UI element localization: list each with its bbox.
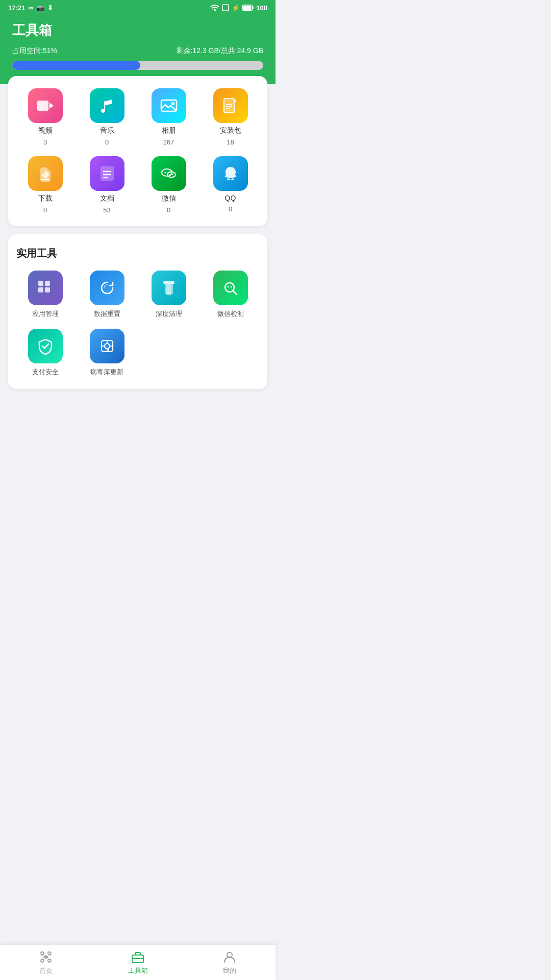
- data-reset-label: 数据重置: [94, 309, 120, 318]
- svg-rect-3: [253, 7, 254, 9]
- tool-item-virus-update[interactable]: 病毒库更新: [78, 329, 136, 377]
- file-item-doc[interactable]: 文档 53: [78, 156, 136, 214]
- storage-bar-fill: [12, 61, 140, 70]
- file-item-apk[interactable]: 安装包 18: [202, 88, 259, 146]
- svg-point-41: [230, 286, 232, 288]
- pay-safe-icon: [28, 329, 63, 363]
- tools-card: 实用工具 应用管理: [8, 234, 267, 389]
- photo-icon: [152, 88, 186, 123]
- tool-item-wx-detect[interactable]: 微信检测: [202, 271, 259, 318]
- tool-item-app-mgr[interactable]: 应用管理: [16, 271, 74, 318]
- status-left: 17:21 ∞ 📷 ⬇: [8, 4, 53, 12]
- video-label: 视频: [38, 126, 53, 135]
- svg-point-40: [227, 286, 229, 288]
- file-item-video[interactable]: 视频 3: [16, 88, 74, 146]
- file-item-music[interactable]: 音乐 0: [78, 88, 136, 146]
- svg-point-22: [164, 172, 166, 174]
- status-right: ⚡ 100: [210, 4, 267, 12]
- wechat-label: 微信: [162, 194, 176, 203]
- music-label: 音乐: [100, 126, 114, 135]
- wechat-icon: [152, 156, 186, 191]
- charging-icon: ⚡: [232, 4, 240, 12]
- apk-label: 安装包: [220, 126, 241, 135]
- video-count: 3: [43, 138, 47, 146]
- app-mgr-icon: [28, 271, 63, 305]
- svg-rect-36: [171, 284, 173, 294]
- status-infinity-icon: ∞: [28, 4, 33, 12]
- status-download-icon: ⬇: [47, 4, 53, 12]
- svg-marker-6: [49, 103, 54, 109]
- download-icon: [28, 156, 63, 191]
- photo-count: 267: [163, 138, 174, 146]
- video-icon: [28, 88, 63, 123]
- music-count: 0: [105, 138, 109, 146]
- svg-point-8: [171, 102, 174, 105]
- svg-rect-35: [165, 284, 166, 294]
- virus-update-label: 病毒库更新: [90, 368, 123, 377]
- svg-rect-5: [37, 101, 48, 111]
- data-reset-icon: [90, 271, 124, 305]
- download-label: 下载: [38, 194, 53, 203]
- battery-percent: 100: [256, 4, 267, 12]
- tools-section-title: 实用工具: [16, 247, 259, 260]
- svg-rect-30: [45, 281, 50, 286]
- svg-point-25: [169, 174, 170, 175]
- doc-label: 文档: [100, 194, 114, 203]
- qq-label: QQ: [225, 194, 236, 202]
- storage-used-label: 占用空间:51%: [12, 46, 57, 56]
- svg-point-37: [166, 292, 172, 296]
- deep-clean-icon: [152, 271, 186, 305]
- storage-remain-label: 剩余:12.3 GB/总共:24.9 GB: [177, 46, 263, 56]
- page-title: 工具箱: [12, 21, 263, 39]
- wechat-count: 0: [167, 206, 170, 214]
- download-count: 0: [43, 206, 47, 214]
- status-time: 17:21: [8, 4, 25, 12]
- doc-icon: [90, 156, 124, 191]
- svg-point-43: [105, 344, 110, 349]
- svg-line-39: [233, 290, 237, 295]
- photo-label: 相册: [162, 126, 176, 135]
- music-icon: [90, 88, 124, 123]
- app-mgr-label: 应用管理: [32, 309, 59, 318]
- apk-count: 18: [227, 138, 234, 146]
- svg-rect-1: [222, 5, 229, 11]
- qq-icon: [213, 156, 248, 191]
- doc-count: 53: [103, 206, 110, 214]
- header: 工具箱 占用空间:51% 剩余:12.3 GB/总共:24.9 GB: [0, 15, 276, 84]
- file-item-qq[interactable]: QQ 0: [202, 156, 259, 214]
- wx-detect-icon: [213, 271, 248, 305]
- tool-item-data-reset[interactable]: 数据重置: [78, 271, 136, 318]
- status-bar: 17:21 ∞ 📷 ⬇ ⚡ 100: [0, 0, 276, 15]
- svg-rect-4: [243, 6, 252, 10]
- wx-detect-label: 微信检测: [217, 309, 244, 318]
- svg-rect-32: [45, 287, 50, 292]
- svg-rect-29: [38, 281, 43, 286]
- tool-item-deep-clean[interactable]: 深度清理: [140, 271, 197, 318]
- storage-bar-background: [12, 61, 263, 70]
- svg-point-0: [214, 9, 216, 11]
- svg-point-27: [227, 179, 230, 180]
- status-camera-icon: 📷: [36, 4, 44, 12]
- main-content: 视频 3 音乐 0: [0, 76, 276, 448]
- tools-grid: 应用管理 数据重置: [16, 271, 259, 377]
- svg-rect-31: [38, 287, 43, 292]
- battery-icon: [242, 5, 254, 11]
- tool-item-pay-safe[interactable]: 支付安全: [16, 329, 74, 377]
- virus-update-icon: [90, 329, 124, 363]
- qq-count: 0: [229, 205, 232, 213]
- svg-rect-17: [101, 166, 114, 181]
- apk-icon: [213, 88, 248, 123]
- wifi-icon: [210, 4, 219, 11]
- file-categories-card: 视频 3 音乐 0: [8, 76, 267, 226]
- file-item-photo[interactable]: 相册 267: [140, 88, 197, 146]
- svg-rect-33: [163, 281, 174, 284]
- svg-point-28: [231, 179, 234, 180]
- file-grid: 视频 3 音乐 0: [16, 88, 259, 214]
- file-item-wechat[interactable]: 微信 0: [140, 156, 197, 214]
- storage-info: 占用空间:51% 剩余:12.3 GB/总共:24.9 GB: [12, 46, 263, 56]
- deep-clean-label: 深度清理: [156, 309, 182, 318]
- file-item-download[interactable]: 下载 0: [16, 156, 74, 214]
- svg-rect-9: [224, 99, 234, 113]
- sim-icon: [222, 4, 229, 11]
- pay-safe-label: 支付安全: [32, 368, 59, 377]
